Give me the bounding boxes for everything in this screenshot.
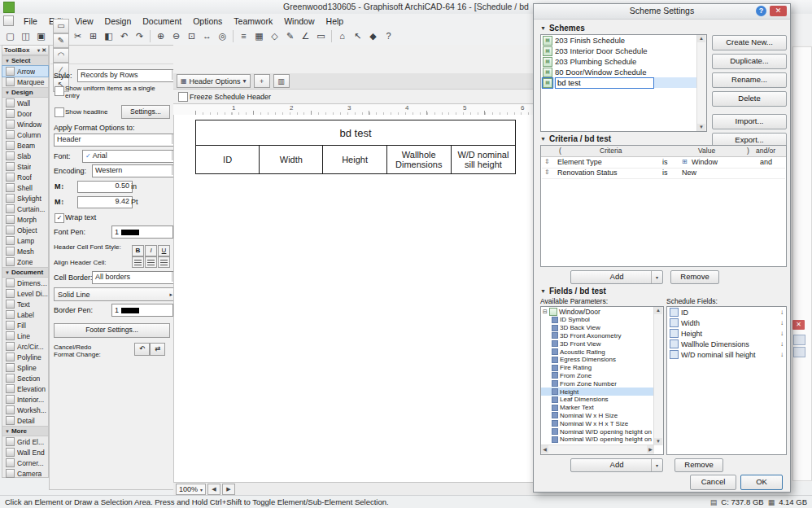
move-down-icon[interactable]: ↓ — [780, 309, 784, 316]
schedule-header-cell[interactable]: W/D nominal sill height — [451, 146, 515, 173]
layers-icon[interactable]: ≡ — [236, 28, 251, 43]
menu-item[interactable]: View — [69, 15, 99, 27]
redo-icon[interactable]: ↷ — [132, 28, 147, 43]
parameter-item[interactable]: Marker Text — [541, 404, 663, 412]
criteria-value[interactable]: Window — [692, 158, 718, 166]
parameter-item[interactable]: Leaf Dimensions — [541, 396, 663, 404]
toolbox-item-arrow[interactable]: Arrow — [2, 66, 48, 77]
toolbox-item[interactable]: Column — [2, 129, 48, 140]
schedule-header-cell[interactable]: Height — [322, 146, 386, 173]
toolbox-item[interactable]: Beam — [2, 140, 48, 151]
parameter-item[interactable]: ID Symbol — [541, 316, 663, 324]
toolbox-item[interactable]: Wall — [2, 98, 48, 108]
arc-icon[interactable]: ◠ — [53, 48, 69, 63]
font-size-field[interactable]: 9.42 — [77, 196, 133, 208]
wrap-text-checkbox[interactable]: ✓ — [55, 213, 64, 223]
criteria-table[interactable]: ( Criteria Value ) and/or ⇕ Element Type… — [540, 145, 787, 267]
criteria-remove-button[interactable]: Remove — [670, 270, 719, 284]
schedule-field-item[interactable]: ID ↓ — [667, 307, 786, 318]
toolbox-item[interactable]: Arc/Cir... — [2, 341, 48, 352]
parameter-item[interactable]: 3D Front Axonometry — [541, 332, 663, 340]
open-project-icon[interactable]: ◫ — [18, 28, 33, 43]
parameter-item[interactable]: Height — [541, 388, 663, 396]
schedule-field-item[interactable]: Width ↓ — [667, 318, 786, 328]
drag-handle-icon[interactable]: ⇕ — [544, 158, 550, 165]
toolbox-item[interactable]: Window — [2, 119, 48, 129]
parameter-item[interactable]: Nominal W/D opening height on th — [541, 427, 663, 436]
criteria-operator[interactable]: is — [662, 158, 668, 166]
schemes-list[interactable]: ▤ 203 Finish Schedule ▤ 203 Interior Doo… — [540, 34, 707, 132]
new-document-icon[interactable]: ▢ — [2, 28, 18, 43]
chevron-down-icon[interactable]: ▾ — [37, 47, 40, 53]
schedule-title-cell[interactable]: bd test — [195, 120, 516, 146]
move-down-icon[interactable]: ↓ — [780, 340, 784, 348]
toolbox-item[interactable]: Corner... — [2, 458, 48, 468]
dialog-title-bar[interactable]: Scheme Settings ? ✕ — [534, 4, 790, 20]
scheme-item[interactable]: ▤ 80 Door/Window Schedule — [541, 67, 706, 77]
scroll-right-icon[interactable]: ▶ — [647, 445, 654, 453]
parameter-item[interactable]: Nominal W x H x T Size — [541, 419, 663, 427]
toolbox-item[interactable]: Slab — [2, 151, 48, 161]
schedule-table[interactable]: bd test ID Width Height Wallhole Dimensi… — [195, 120, 516, 174]
menu-item[interactable]: Design — [99, 15, 138, 27]
pen-icon[interactable]: ✎ — [53, 33, 69, 48]
headline-settings-button[interactable]: Settings... — [121, 105, 170, 119]
toolbox-item[interactable]: Roof — [2, 172, 48, 182]
encoding-dropdown[interactable]: Western ▾ — [92, 164, 182, 177]
rename-button[interactable]: Rename... — [712, 72, 787, 88]
schemes-scrollbar[interactable]: ▲ ▼ — [696, 35, 706, 131]
toolbox-item[interactable]: Dimension — [2, 278, 48, 288]
select-arrow-icon[interactable]: ↖ — [350, 28, 365, 43]
schedule-header-cell[interactable]: Width — [259, 146, 322, 173]
import-button[interactable]: Import... — [712, 114, 787, 129]
scheme-item[interactable]: ▤ 203 Interior Door Schedule — [541, 46, 706, 56]
zoom-out-icon[interactable]: ⊖ — [168, 28, 184, 43]
criteria-section-header[interactable]: ▼ Criteria / bd test — [540, 134, 611, 143]
paste-icon[interactable]: ◧ — [101, 28, 116, 43]
parameter-item[interactable]: 3D Front View — [541, 339, 663, 348]
cell-border-dropdown[interactable]: All borders ▾ — [92, 271, 182, 284]
toolbox-item[interactable]: Worksh... — [2, 405, 48, 415]
move-down-icon[interactable]: ↓ — [780, 319, 784, 326]
apply-format-icon-button[interactable]: + — [254, 74, 270, 88]
style-dropdown[interactable]: Records by Rows ▾ — [77, 69, 182, 82]
toolbox-item-marquee[interactable]: Marquee — [2, 77, 48, 87]
fields-add-button[interactable]: Add ▾ — [570, 458, 663, 472]
header-options-button[interactable]: ▦ Header Options ▾ — [177, 74, 251, 88]
uniform-items-checkbox[interactable] — [55, 86, 64, 96]
create-new-button[interactable]: Create New... — [712, 35, 787, 50]
teamwork-icon[interactable]: ◆ — [365, 28, 381, 43]
column-layout-icon-button[interactable]: ▥ — [273, 74, 290, 88]
schedule-header-cell[interactable]: ID — [196, 146, 259, 173]
toolbox-item[interactable]: Skylight — [2, 193, 48, 204]
bold-button[interactable]: B — [132, 245, 144, 256]
help-icon[interactable]: ? — [756, 6, 766, 16]
toolbox-item[interactable]: Shell — [2, 182, 48, 193]
align-left-button[interactable] — [132, 256, 144, 268]
toolbox-item[interactable]: Zone — [2, 256, 48, 267]
cut-icon[interactable]: ✂ — [70, 28, 85, 43]
scheme-item-selected[interactable]: ▤ — [541, 77, 706, 88]
marquee-icon[interactable]: ▭ — [313, 28, 329, 43]
scroll-down-icon[interactable]: ▼ — [654, 438, 662, 445]
toolbox-header[interactable]: ToolBox ▾ ✕ — [2, 46, 48, 55]
toolbox-item[interactable]: Mesh — [2, 246, 48, 256]
toolbox-item[interactable]: Morph — [2, 214, 48, 225]
parameter-item[interactable]: Egress Dimensions — [541, 356, 663, 364]
criteria-row[interactable]: ⇕ Element Type is ⊞ Window and — [542, 157, 785, 169]
next-view-button[interactable]: ▶ — [222, 484, 235, 495]
scroll-up-icon[interactable]: ▲ — [654, 307, 662, 314]
toolbox-item[interactable]: Curtain... — [2, 204, 48, 214]
ok-button[interactable]: OK — [740, 475, 783, 490]
save-icon[interactable]: ▣ — [33, 28, 49, 43]
toolbox-item[interactable]: Line — [2, 331, 48, 341]
toolbox-item[interactable]: Label — [2, 309, 48, 320]
grid-snap-icon[interactable]: ▦ — [251, 28, 267, 43]
menu-item[interactable]: Options — [187, 15, 228, 27]
line-type-selector[interactable]: Solid Line ▸ — [54, 287, 177, 301]
guide-lines-icon[interactable]: ∠ — [298, 28, 313, 43]
text-height-field[interactable]: 0.50 — [77, 181, 133, 193]
parameter-item[interactable]: From Zone Number — [541, 379, 663, 388]
scheme-item[interactable]: ▤ 203 Plumbing Schedule — [541, 56, 706, 67]
fields-section-header[interactable]: ▼ Fields / bd test — [540, 287, 606, 296]
